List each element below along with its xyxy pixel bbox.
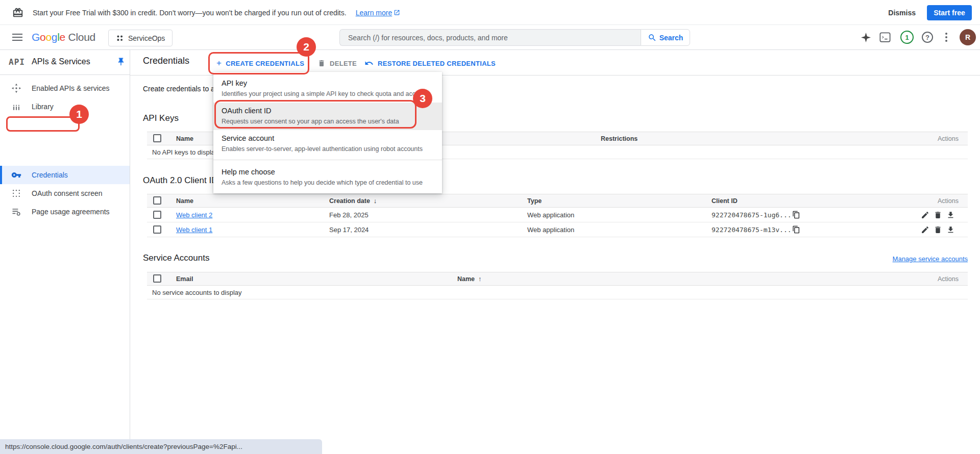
trial-message: Start your Free Trial with $300 in credi… [33,9,347,17]
sidebar-item-page-usage[interactable]: Page usage agreements [0,203,130,221]
select-all-checkbox[interactable] [153,274,161,283]
column-header-actions: Actions [938,194,959,208]
column-header-name[interactable]: Name ↑ [457,272,482,286]
type-cell: Web application [527,222,574,237]
notifications-badge[interactable]: 1 [900,31,914,44]
undo-icon [364,59,374,68]
pin-icon[interactable] [116,57,126,66]
delete-label: DELETE [330,60,357,67]
status-url-text: https://console.cloud.google.com/auth/cl… [5,443,242,450]
page-title: Credentials [143,56,189,66]
sidebar-item-label: OAuth consent screen [32,184,103,203]
menu-divider [213,160,442,160]
menu-item-description: Requests user consent so your app can ac… [222,118,434,125]
sidebar-item-credentials[interactable]: Credentials [0,166,130,184]
project-picker-button[interactable]: ServiceOps [108,30,173,46]
edit-icon[interactable] [921,211,930,220]
hamburger-menu-icon[interactable] [12,34,22,41]
client-name-link[interactable]: Web client 2 [176,208,212,222]
client-id-cell: 922720478675-1ug6... [712,208,792,222]
sidebar-item-library[interactable]: Library [0,97,130,116]
create-credentials-button[interactable]: + CREATE CREDENTIALS [216,56,304,71]
sidebar-item-oauth-consent[interactable]: OAuth consent screen [0,184,130,203]
menu-item-help-me-choose[interactable]: Help me choose Asks a few questions to h… [213,164,442,191]
service-accounts-empty-row: No service accounts to display [147,286,968,299]
restore-deleted-credentials-button[interactable]: RESTORE DELETED CREDENTIALS [364,56,496,71]
creation-date-label: Creation date [329,197,370,205]
download-icon[interactable] [946,211,955,220]
key-icon [11,170,21,180]
menu-item-oauth-client-id[interactable]: OAuth client ID Requests user consent so… [213,103,442,130]
sidebar-item-enabled-apis[interactable]: Enabled APIs & services [0,79,130,97]
project-name: ServiceOps [128,34,165,42]
logo-letter: G [32,31,40,43]
browser-status-url: https://console.cloud.google.com/auth/cl… [0,439,322,454]
client-name-link[interactable]: Web client 1 [176,222,212,237]
start-free-button[interactable]: Start free [927,5,972,20]
copy-icon[interactable] [792,225,801,235]
menu-item-description: Identifies your project using a simple A… [222,90,434,97]
column-header-email: Email [176,272,193,286]
search-button[interactable]: Search [641,29,690,46]
sort-asc-icon: ↑ [478,275,482,283]
type-cell: Web application [527,208,574,222]
gcp-console-page: Start your Free Trial with $300 in credi… [0,0,980,454]
column-header-restrictions: Restrictions [601,132,638,145]
service-accounts-table-header: Email Name ↑ Actions [147,272,968,286]
delete-icon[interactable] [934,225,943,235]
manage-service-accounts-link[interactable]: Manage service accounts [893,255,968,263]
client-id-cell: 922720478675-m13v... [712,222,792,237]
creation-date-cell: Feb 28, 2025 [329,208,369,222]
select-all-checkbox[interactable] [153,196,161,205]
search-icon [648,33,657,42]
notification-count: 1 [905,34,909,41]
oauth-clients-heading: OAuth 2.0 Client IDs [143,175,222,186]
help-icon[interactable]: ? [922,32,933,43]
user-avatar[interactable]: R [960,29,976,45]
learn-more-label: Learn more [356,9,393,17]
sidebar: API APIs & Services Enabled APIs & servi… [0,50,130,454]
column-header-creation-date[interactable]: Creation date ↓ [329,194,377,208]
sidebar-item-label: Library [32,97,54,116]
name-label: Name [457,275,475,283]
project-icon [116,34,124,42]
library-icon [11,102,21,112]
menu-item-api-key[interactable]: API key Identifies your project using a … [213,75,442,103]
menu-item-service-account[interactable]: Service account Enables server-to-server… [213,130,442,158]
menu-item-description: Enables server-to-server, app-level auth… [222,145,434,153]
oauth-row-web-client-2: Web client 2 Feb 28, 2025 Web applicatio… [147,208,968,222]
oauth-table-header: Name Creation date ↓ Type Client ID Acti… [147,194,968,208]
api-keys-heading: API Keys [143,113,179,123]
plus-icon: + [216,58,222,68]
api-product-logo: API [9,57,25,67]
logo-letter: e [60,31,65,43]
oauth-row-web-client-1: Web client 1 Sep 17, 2024 Web applicatio… [147,222,968,237]
select-all-checkbox[interactable] [153,134,161,142]
dismiss-button[interactable]: Dismiss [888,6,916,19]
service-accounts-empty-text: No service accounts to display [152,286,242,299]
learn-more-link[interactable]: Learn more [356,9,401,17]
more-options-icon[interactable] [945,33,947,42]
google-cloud-logo: Google Cloud [32,31,95,44]
row-checkbox[interactable] [153,211,161,219]
menu-item-title: Help me choose [222,168,434,176]
edit-icon[interactable] [921,225,930,235]
delete-icon[interactable] [934,211,943,220]
logo-letter: o [45,31,51,43]
creation-date-cell: Sep 17, 2024 [329,222,369,237]
sort-desc-icon: ↓ [374,197,377,205]
copy-icon[interactable] [792,211,801,220]
delete-button[interactable]: DELETE [317,56,357,71]
create-credentials-menu: API key Identifies your project using a … [213,72,442,193]
create-credentials-label: CREATE CREDENTIALS [226,60,304,67]
gemini-sparkle-icon[interactable] [860,32,871,43]
cloud-shell-icon[interactable] [879,32,891,43]
row-checkbox[interactable] [153,225,161,234]
trial-banner-content: Start your Free Trial with $300 in credi… [12,0,400,25]
oauth-consent-icon [11,188,21,198]
column-header-actions: Actions [938,272,959,286]
search-input[interactable] [339,29,641,46]
download-icon[interactable] [946,225,955,235]
sidebar-item-label: Page usage agreements [32,203,110,221]
column-header-name: Name [176,132,193,145]
